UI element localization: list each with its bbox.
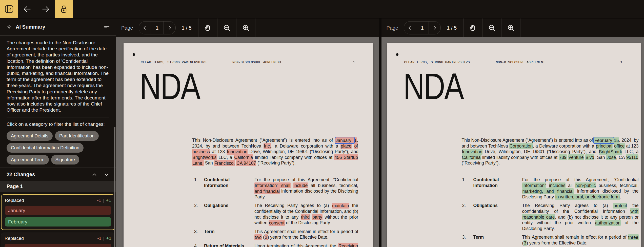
highlight-green[interactable]: Jose bbox=[606, 154, 616, 160]
highlight-red[interactable]: Receiving bbox=[338, 243, 358, 247]
highlight-red[interactable]: Inc. bbox=[264, 143, 271, 149]
highlight-green[interactable]: BrightSpark bbox=[599, 149, 622, 155]
left-document-viewport[interactable]: CLEAR TERMS, STRONG PARTNERSHIPS NON-DIS… bbox=[116, 37, 379, 247]
highlight-red[interactable]: Innovation bbox=[227, 149, 248, 155]
highlight-red[interactable]: 1 bbox=[354, 137, 357, 143]
chevron-left-icon bbox=[142, 25, 147, 30]
zoom-out-button[interactable] bbox=[482, 18, 501, 37]
change-card-header: Replaced -1 +1 bbox=[5, 198, 111, 203]
highlight-green[interactable]: non-public bbox=[575, 182, 596, 188]
page-label: Page bbox=[121, 25, 133, 31]
category-pill[interactable]: Agreement Details bbox=[7, 131, 53, 141]
category-filter-list: Agreement Details Part Identification Co… bbox=[7, 131, 109, 164]
doc-text: LLC, a bbox=[217, 155, 234, 160]
header-doc-type: NON-DISCLOSURE AGREEMENT bbox=[496, 60, 545, 64]
change-card[interactable]: Replaced -1 +1 January February bbox=[1, 194, 115, 230]
previous-change-button[interactable] bbox=[92, 172, 97, 177]
chevron-up-icon bbox=[92, 172, 97, 177]
added-count: +1 bbox=[106, 236, 111, 241]
highlight-green[interactable]: Corporation bbox=[509, 143, 533, 149]
highlight-green[interactable]: 95110 bbox=[626, 154, 638, 160]
highlight-red[interactable]: California bbox=[234, 154, 253, 160]
new-value-pill: February bbox=[5, 217, 111, 227]
hand-icon bbox=[204, 24, 212, 32]
highlight-green[interactable]: authorization bbox=[595, 220, 621, 226]
next-page-button[interactable] bbox=[429, 22, 440, 34]
highlight-red[interactable]: maintain bbox=[332, 203, 349, 209]
category-pill[interactable]: Confidential Information Definition bbox=[7, 143, 84, 153]
highlight-green[interactable]: Blvd bbox=[585, 154, 594, 160]
highlight-red[interactable]: consent bbox=[269, 220, 285, 226]
category-pill[interactable]: Part Identification bbox=[55, 131, 99, 141]
highlight-green[interactable]: Venture bbox=[568, 154, 584, 160]
clause-number: 1. bbox=[462, 177, 473, 183]
lock-icon bbox=[60, 5, 67, 13]
pane-divider[interactable] bbox=[379, 18, 381, 247]
back-button[interactable] bbox=[18, 0, 36, 18]
highlight-green[interactable]: Innovation bbox=[462, 149, 483, 155]
count-divider bbox=[103, 199, 104, 203]
highlight-green[interactable]: includes bbox=[549, 182, 566, 188]
highlight-green[interactable]: California bbox=[462, 154, 481, 160]
prev-page-button[interactable] bbox=[404, 22, 416, 34]
forward-button[interactable] bbox=[36, 0, 55, 18]
highlight-red[interactable]: include bbox=[293, 182, 308, 188]
pan-tool-button[interactable] bbox=[464, 18, 482, 37]
right-document-viewport[interactable]: CLEAR TERMS, STRONG PARTNERSHIPS NON-DIS… bbox=[381, 37, 644, 247]
filter-prompt: Click on a category to filter the list o… bbox=[7, 121, 109, 127]
sidebar-scrollbar[interactable] bbox=[114, 127, 115, 247]
page-number-input[interactable] bbox=[151, 22, 164, 34]
doc-text: (“Receiving Party”). bbox=[256, 160, 296, 166]
highlight-green[interactable]: protect bbox=[613, 203, 627, 209]
highlight-red[interactable]: Francisco, bbox=[214, 160, 235, 166]
doc-text bbox=[291, 183, 293, 188]
highlight-red[interactable]: third bbox=[301, 214, 310, 220]
change-card[interactable]: Replaced -1 +1 1 bbox=[1, 233, 115, 247]
intro-paragraph: This Non-Disclosure Agreement (“Agreemen… bbox=[192, 137, 358, 166]
zoom-in-button[interactable] bbox=[236, 18, 255, 37]
highlight-red[interactable]: and financial bbox=[254, 188, 280, 194]
highlight-red-selected[interactable]: January bbox=[335, 137, 354, 143]
doc-text: (“Receiving Party”). bbox=[462, 160, 500, 166]
highlight-red[interactable]: place bbox=[340, 143, 352, 149]
clause-item: 4. Return of Materials Upon termination … bbox=[124, 243, 373, 247]
highlight-green[interactable]: marketing, and financial bbox=[522, 188, 574, 194]
clause-body: Upon termination of this Agreement, the … bbox=[254, 243, 358, 247]
highlight-green[interactable]: 15 bbox=[614, 137, 619, 143]
next-page-button[interactable] bbox=[164, 22, 175, 34]
clause-body: The Receiving Party agrees to (a) mainta… bbox=[254, 203, 358, 225]
category-pill[interactable]: Signature bbox=[51, 155, 79, 164]
filter-button[interactable] bbox=[104, 24, 110, 30]
highlight-green[interactable]: 3 bbox=[524, 240, 527, 246]
document-title: NDA bbox=[140, 67, 200, 106]
doc-text: This Agreement shall remain in effect fo… bbox=[522, 235, 628, 240]
highlight-red[interactable]: Information” shall bbox=[254, 182, 291, 188]
highlight-red[interactable]: BrightWorks bbox=[192, 154, 217, 160]
doc-text: San bbox=[204, 160, 214, 166]
ai-summary-sidebar: AI Summary The changes made to the Non-D… bbox=[0, 18, 116, 247]
highlight-green[interactable]: principal bbox=[596, 143, 613, 149]
zoom-out-button[interactable] bbox=[217, 18, 236, 37]
changes-header-row: 22 Changes bbox=[0, 168, 116, 181]
lock-button[interactable] bbox=[55, 0, 73, 18]
highlight-green[interactable]: office bbox=[614, 143, 625, 149]
next-change-button[interactable] bbox=[104, 172, 109, 177]
prev-page-button[interactable] bbox=[139, 22, 151, 34]
highlight-red[interactable]: party bbox=[312, 214, 323, 220]
highlight-red[interactable]: CA 94107 bbox=[236, 160, 256, 166]
pan-tool-button[interactable] bbox=[198, 18, 217, 37]
sidebar-toggle-button[interactable] bbox=[0, 0, 18, 18]
zoom-in-button[interactable] bbox=[501, 18, 520, 37]
highlight-red[interactable]: two bbox=[254, 234, 262, 240]
page-number-input[interactable] bbox=[416, 22, 429, 34]
highlight-green[interactable]: three bbox=[628, 234, 639, 240]
highlight-red[interactable]: 2 bbox=[265, 234, 268, 240]
highlight-green[interactable]: in written, oral, or electronic form bbox=[555, 194, 620, 200]
clause-item: 3. Term This Agreement shall remain in e… bbox=[124, 229, 373, 240]
highlight-green[interactable]: 789 bbox=[559, 154, 567, 160]
highlight-green[interactable]: Information” bbox=[522, 182, 546, 188]
header-page-number: 1 bbox=[620, 60, 622, 64]
category-pill[interactable]: Agreement Term bbox=[7, 155, 49, 164]
highlight-green-selected[interactable]: February bbox=[594, 137, 614, 143]
doc-text: at 123 bbox=[625, 143, 639, 149]
